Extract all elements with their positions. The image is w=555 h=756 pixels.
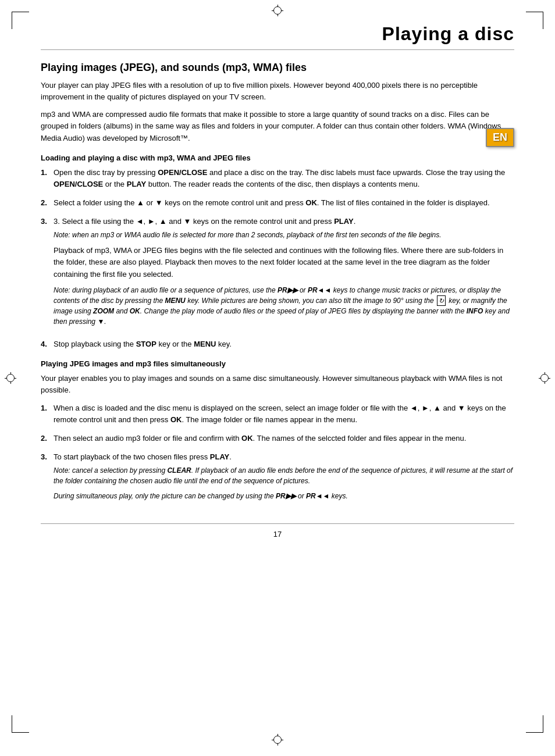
crosshair-bottom xyxy=(272,734,283,746)
jpeg-step-2-content: Then select an audio mp3 folder or file … xyxy=(54,433,514,444)
step-2-content: Select a folder using the ▲ or ▼ keys on… xyxy=(54,197,514,209)
corner-br xyxy=(526,715,543,733)
jpeg-step-3-num: 3. xyxy=(41,451,54,463)
step-3-subtext: Playback of mp3, WMA or JPEG files begin… xyxy=(54,245,514,280)
step-2-num: 2. xyxy=(41,197,54,209)
jpeg-steps-list: 1. When a disc is loaded and the disc me… xyxy=(41,402,514,507)
crosshair-left xyxy=(5,372,16,384)
jpeg-step-1-content: When a disc is loaded and the disc menu … xyxy=(54,402,514,426)
jpeg-step-1: 1. When a disc is loaded and the disc me… xyxy=(41,402,514,426)
step-3-num: 3. xyxy=(41,216,54,227)
page-title-area: Playing a disc xyxy=(41,23,514,50)
step-3-content: 3. Select a file using the ◄, ►, ▲ and ▼… xyxy=(54,216,514,331)
section-heading: Playing images (JPEG), and sounds (mp3, … xyxy=(41,62,514,74)
bottom-rule xyxy=(41,523,514,524)
corner-tr xyxy=(526,12,543,29)
jpeg-step-3: 3. To start playback of the two chosen f… xyxy=(41,451,514,506)
jpeg-step-1-num: 1. xyxy=(41,402,54,414)
corner-tl xyxy=(12,12,29,29)
jpeg-intro: Your player enables you to play images a… xyxy=(41,373,514,396)
step-3-note1: Note: when an mp3 or WMA audio file is s… xyxy=(54,230,514,240)
step-4: 4. Stop playback using the STOP key or t… xyxy=(41,338,514,350)
step-1-num: 1. xyxy=(41,167,54,179)
step-1: 1. Open the disc tray by pressing OPEN/C… xyxy=(41,167,514,190)
step-3: 3. 3. Select a file using the ◄, ►, ▲ an… xyxy=(41,216,514,331)
language-badge: EN xyxy=(486,128,514,147)
intro-para-2: mp3 and WMA are compressed audio file fo… xyxy=(41,109,514,144)
intro-para-1: Your player can play JPEG files with a r… xyxy=(41,80,514,103)
crosshair-right xyxy=(539,372,550,384)
step-1-content: Open the disc tray by pressing OPEN/CLOS… xyxy=(54,167,514,190)
page-number: 17 xyxy=(41,530,514,539)
step-4-content: Stop playback using the STOP key or the … xyxy=(54,338,514,350)
step-4-num: 4. xyxy=(41,338,54,350)
step-3-note2: Note: during playback of an audio file o… xyxy=(54,285,514,327)
jpeg-step-3-content: To start playback of the two chosen file… xyxy=(54,451,514,506)
corner-bl xyxy=(12,715,29,733)
crosshair-top xyxy=(272,5,283,16)
loading-steps-list: 1. Open the disc tray by pressing OPEN/C… xyxy=(41,167,514,351)
jpeg-step-3-note1: Note: cancel a selection by pressing CLE… xyxy=(54,465,514,486)
jpeg-step-3-note2: During simultaneous play, only the pictu… xyxy=(54,491,514,501)
jpeg-step-2-num: 2. xyxy=(41,433,54,444)
main-content: Playing images (JPEG), and sounds (mp3, … xyxy=(41,62,514,506)
jpeg-subheading: Playing JPEG images and mp3 files simult… xyxy=(41,359,514,368)
page-container: EN Playing a disc Playing images (JPEG),… xyxy=(0,0,555,756)
jpeg-step-2: 2. Then select an audio mp3 folder or fi… xyxy=(41,433,514,444)
loading-subheading: Loading and playing a disc with mp3, WMA… xyxy=(41,154,514,162)
step-2: 2. Select a folder using the ▲ or ▼ keys… xyxy=(41,197,514,209)
page-title: Playing a disc xyxy=(382,23,514,45)
